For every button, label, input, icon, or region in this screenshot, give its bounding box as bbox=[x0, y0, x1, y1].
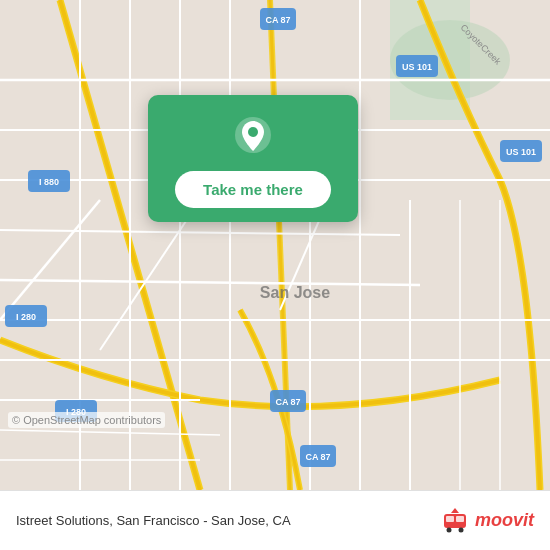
svg-marker-54 bbox=[451, 508, 459, 513]
svg-point-53 bbox=[458, 527, 463, 532]
svg-text:San Jose: San Jose bbox=[260, 284, 330, 301]
svg-text:I 880: I 880 bbox=[39, 177, 59, 187]
svg-text:CA 87: CA 87 bbox=[275, 397, 300, 407]
svg-text:CA 87: CA 87 bbox=[265, 15, 290, 25]
moovit-brand-name: moovit bbox=[475, 510, 534, 531]
moovit-logo: moovit bbox=[441, 506, 534, 536]
tooltip-card: Take me there bbox=[148, 95, 358, 222]
moovit-icon bbox=[441, 506, 471, 536]
svg-text:US 101: US 101 bbox=[402, 62, 432, 72]
osm-credit: © OpenStreetMap contributors bbox=[8, 412, 165, 428]
map-container: CA 87 US 101 US 101 I 880 I 280 I 280 CA… bbox=[0, 0, 550, 490]
svg-text:I 280: I 280 bbox=[16, 312, 36, 322]
svg-text:US 101: US 101 bbox=[506, 147, 536, 157]
location-pin-icon bbox=[231, 113, 275, 157]
svg-text:CA 87: CA 87 bbox=[305, 452, 330, 462]
svg-rect-50 bbox=[446, 516, 454, 522]
svg-point-52 bbox=[446, 527, 451, 532]
location-label: Istreet Solutions, San Francisco - San J… bbox=[16, 513, 433, 528]
svg-point-48 bbox=[248, 127, 258, 137]
footer-bar: Istreet Solutions, San Francisco - San J… bbox=[0, 490, 550, 550]
take-me-there-button[interactable]: Take me there bbox=[175, 171, 331, 208]
svg-rect-51 bbox=[456, 516, 464, 522]
